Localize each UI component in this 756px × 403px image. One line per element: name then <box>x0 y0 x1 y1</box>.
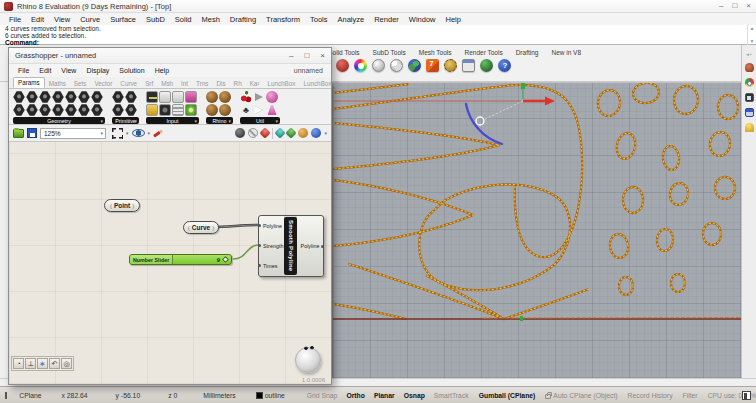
gh-tab-params[interactable]: Params <box>13 77 45 88</box>
green-gem-icon[interactable] <box>286 127 297 138</box>
cherries-icon[interactable] <box>240 91 252 103</box>
tab-solid-tools[interactable]: Solid Tools <box>328 49 359 56</box>
panel-toggle-icon[interactable] <box>742 391 751 400</box>
menu-window[interactable]: Window <box>404 15 441 24</box>
param-icon[interactable] <box>65 91 77 103</box>
earth-icon[interactable] <box>408 59 421 72</box>
gh-input-polyline[interactable]: Polyline <box>259 223 284 229</box>
toggle-grid-snap[interactable]: Grid Snap <box>307 392 338 399</box>
menu-curve[interactable]: Curve <box>75 15 105 24</box>
gumball[interactable] <box>466 97 555 145</box>
pink-sphere-icon[interactable] <box>266 91 278 103</box>
gh-menu-display[interactable]: Display <box>81 67 114 74</box>
gh-canvas[interactable]: Point Curve Number Slider 9 Polyline Str… <box>9 142 331 384</box>
undo-tool-icon[interactable]: ↶ <box>49 358 60 369</box>
toggle-record-history[interactable]: Record History <box>628 392 673 399</box>
gh-input-strength[interactable]: Strength <box>259 243 284 249</box>
tree-icon[interactable]: ♣ <box>240 104 252 116</box>
status-units[interactable]: Millimeters <box>203 392 235 399</box>
toggle-filter[interactable]: Filter <box>683 392 698 399</box>
gh-tab-trns[interactable]: Trns <box>192 79 212 88</box>
tab-render-tools[interactable]: Render Tools <box>464 49 502 56</box>
panel-icon[interactable] <box>146 104 158 116</box>
slider-icon[interactable] <box>146 91 158 103</box>
command-area[interactable]: 4 curves removed from selection. 6 curve… <box>0 25 756 45</box>
menu-subd[interactable]: SubD <box>141 15 170 24</box>
flag-7-icon[interactable] <box>426 59 439 72</box>
gh-slider-track[interactable]: 9 <box>173 255 231 264</box>
gh-menu-view[interactable]: View <box>56 67 81 74</box>
gh-tab-curve[interactable]: Curve <box>116 79 141 88</box>
rhino-sphere-icon[interactable] <box>206 91 218 103</box>
orange-sphere-icon[interactable] <box>298 128 308 138</box>
flask-icon[interactable] <box>266 104 278 116</box>
gumball-x-arrowhead[interactable] <box>545 97 555 106</box>
tab-drafting[interactable]: Drafting <box>516 49 539 56</box>
button-icon[interactable] <box>159 91 171 103</box>
param-icon[interactable] <box>91 104 103 116</box>
param-icon[interactable] <box>39 104 51 116</box>
status-layer[interactable]: outline <box>256 392 285 399</box>
notifications-panel-icon[interactable] <box>745 123 754 132</box>
status-checkbox-icon[interactable] <box>5 392 7 399</box>
value-list-icon[interactable] <box>172 104 184 116</box>
toggle-planar[interactable]: Planar <box>374 392 395 399</box>
target-tool-icon[interactable]: ◎ <box>61 358 72 369</box>
gh-group-label[interactable]: Rhino <box>212 118 226 124</box>
menu-surface[interactable]: Surface <box>105 15 141 24</box>
param-icon[interactable] <box>125 91 137 103</box>
toggle-icon[interactable] <box>172 91 184 103</box>
param-icon[interactable] <box>52 91 64 103</box>
param-icon[interactable] <box>13 104 25 116</box>
param-icon[interactable] <box>39 91 51 103</box>
menu-analyze[interactable]: Analyze <box>333 15 370 24</box>
gradient-icon[interactable] <box>185 104 197 116</box>
gh-node-curve[interactable]: Curve <box>183 221 219 234</box>
param-icon[interactable] <box>26 104 38 116</box>
gh-compass-ball[interactable] <box>295 347 321 373</box>
menu-drafting[interactable]: Drafting <box>225 15 261 24</box>
menu-help[interactable]: Help <box>441 15 466 24</box>
layers-panel-icon[interactable] <box>745 108 754 117</box>
gh-slider-grip[interactable] <box>222 256 229 263</box>
command-scrollbar[interactable]: ▲▼ <box>747 25 756 45</box>
gh-tab-ka[interactable]: Ka² <box>246 79 264 88</box>
menu-mesh[interactable]: Mesh <box>196 15 224 24</box>
gh-tab-srf[interactable]: Srf <box>141 79 157 88</box>
sketch-tool-icon[interactable]: ◔ <box>13 358 24 369</box>
material-sphere-icon[interactable] <box>372 59 385 72</box>
gumball-rotate-arc[interactable] <box>466 104 502 144</box>
tab-new-in-v8[interactable]: New in V8 <box>551 49 581 56</box>
close-button[interactable]: × <box>746 1 751 10</box>
param-icon[interactable] <box>125 104 137 116</box>
param-icon[interactable] <box>65 104 77 116</box>
menu-transform[interactable]: Transform <box>261 15 305 24</box>
tab-subd-tools[interactable]: SubD Tools <box>373 49 406 56</box>
minimize-button[interactable]: – <box>719 1 723 10</box>
zoom-level-select[interactable]: 125% ▾ <box>40 128 106 139</box>
green-sphere-icon[interactable] <box>480 59 493 72</box>
gh-minimize-button[interactable]: – <box>289 51 293 60</box>
gh-menu-edit[interactable]: Edit <box>34 67 56 74</box>
blue-sphere-icon[interactable] <box>311 128 321 138</box>
toggle-osnap[interactable]: Osnap <box>404 392 425 399</box>
param-icon[interactable] <box>78 104 90 116</box>
graph-icon[interactable] <box>185 91 197 103</box>
sphere-pair-icon[interactable] <box>390 59 403 72</box>
gh-close-button[interactable]: × <box>320 51 325 60</box>
gh-tab-rh[interactable]: Rh <box>230 79 246 88</box>
gh-tab-msh[interactable]: Msh <box>157 79 177 88</box>
grasshopper-window[interactable]: Grasshopper - unnamed – □ × File Edit Vi… <box>8 47 332 385</box>
monitor-panel-icon[interactable] <box>745 93 754 102</box>
menu-view[interactable]: View <box>49 15 75 24</box>
status-cplane[interactable]: CPlane <box>19 392 41 399</box>
gh-menu-help[interactable]: Help <box>150 67 174 74</box>
param-icon[interactable] <box>52 104 64 116</box>
gh-output-polyline[interactable]: Polyline <box>297 216 323 276</box>
knob-icon[interactable] <box>159 104 171 116</box>
sketch-pen-icon[interactable] <box>153 129 163 137</box>
align-tool-icon[interactable]: ⊥ <box>25 358 36 369</box>
gh-group-label[interactable]: Input <box>167 118 179 124</box>
zoom-extents-icon[interactable] <box>112 128 123 139</box>
save-file-icon[interactable] <box>27 128 37 138</box>
